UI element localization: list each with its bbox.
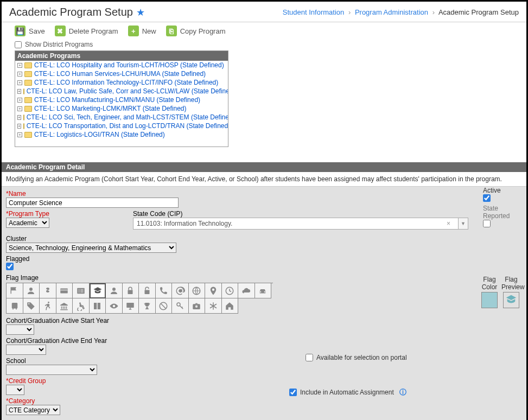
expand-icon[interactable]: +	[17, 89, 21, 94]
expand-icon[interactable]: +	[17, 124, 21, 129]
clock-icon[interactable]	[222, 283, 239, 298]
detail-header: Academic Program Detail	[2, 162, 526, 172]
card-icon[interactable]	[56, 283, 73, 298]
credit-group-select[interactable]	[6, 385, 24, 395]
tree-row[interactable]: +CTE-L: LCO Manufacturing-LCMN/MANU (Sta…	[15, 96, 228, 104]
tree-link[interactable]: CTE-L: LCO Sci, Tech, Engineer, and Math…	[27, 113, 228, 121]
breadcrumb-link-2[interactable]: Program Administration	[355, 8, 428, 16]
flag-image-label: Flag Image	[6, 274, 522, 282]
lock-icon[interactable]	[123, 283, 139, 298]
tree-link[interactable]: CTE-L: LCO Information Technology-LCIT/I…	[34, 79, 218, 86]
cluster-select[interactable]: Science, Technology, Engineering & Mathe…	[6, 243, 176, 253]
tree-link[interactable]: CTE-L: LCO Human Services-LCHU/HUMA (Sta…	[34, 70, 206, 78]
list-icon[interactable]	[73, 283, 90, 298]
cloud-icon[interactable]	[238, 283, 255, 298]
flag-icon[interactable]	[7, 283, 23, 298]
available-portal-checkbox[interactable]	[306, 354, 313, 361]
tree-row[interactable]: +CTE-L: LCO Law, Public Safe, Corr and S…	[15, 87, 228, 96]
expand-icon[interactable]: +	[17, 98, 22, 103]
tree-link[interactable]: CTE-L: Logistics-LOGI/TRAN (State Define…	[34, 131, 165, 138]
dollar-icon[interactable]	[40, 283, 56, 298]
graduate-icon[interactable]	[90, 283, 106, 298]
eye-icon[interactable]	[106, 298, 123, 314]
tree-row[interactable]: +CTE-L: LCO Sci, Tech, Engineer, and Mat…	[15, 113, 228, 122]
svg-point-10	[79, 302, 81, 304]
academic-programs-tree: Academic Programs +CTE-L: LCO Hospitalit…	[15, 50, 228, 147]
expand-icon[interactable]: +	[17, 63, 22, 68]
copy-program-button[interactable]: ⎘ Copy Program	[166, 26, 226, 36]
include-auto-checkbox[interactable]	[289, 389, 297, 396]
category-select[interactable]: CTE Category	[6, 405, 60, 415]
flag-color-swatch[interactable]	[481, 292, 498, 308]
favorite-star-icon[interactable]: ★	[136, 7, 145, 18]
tree-row[interactable]: +CTE-L: LCO Human Services-LCHU/HUMA (St…	[15, 69, 228, 78]
expand-icon[interactable]: +	[17, 106, 22, 111]
expand-icon[interactable]: +	[17, 72, 22, 77]
expand-icon[interactable]: +	[17, 115, 21, 120]
svg-point-13	[177, 303, 180, 306]
camera-icon[interactable]	[189, 298, 206, 314]
ban-icon[interactable]	[156, 298, 173, 314]
bank-icon[interactable]	[56, 298, 73, 314]
cohort-end-label: Cohort/Graduation Active End Year	[6, 337, 522, 345]
new-button[interactable]: + New	[128, 26, 156, 36]
flag-image-grid	[6, 283, 273, 314]
folder-icon	[24, 97, 32, 103]
save-icon: 💾	[15, 26, 26, 36]
svg-rect-3	[128, 290, 133, 294]
credit-group-label: *Credit Group	[6, 377, 522, 385]
name-input[interactable]	[6, 198, 179, 208]
tree-link[interactable]: CTE-L: LCO Hospitality and Tourism-LCHT/…	[34, 61, 224, 69]
book-icon[interactable]	[90, 298, 106, 314]
svg-rect-4	[144, 290, 149, 294]
breadcrumb-link-1[interactable]: Student Information	[283, 8, 344, 16]
active-checkbox[interactable]	[483, 194, 491, 202]
trophy-icon[interactable]	[139, 298, 156, 314]
tree-row[interactable]: +CTE-L: LCO Transportation, Dist and Log…	[15, 122, 228, 130]
tree-link[interactable]: CTE-L: LCO Law, Public Safe, Corr and Se…	[27, 87, 228, 95]
show-district-checkbox[interactable]	[15, 41, 22, 48]
user-fill-icon[interactable]	[106, 283, 123, 298]
svg-rect-0	[61, 288, 68, 293]
tree-row[interactable]: +CTE-L: LCO Hospitality and Tourism-LCHT…	[15, 61, 228, 69]
wheelchair-icon[interactable]	[73, 298, 90, 314]
unlock-icon[interactable]	[139, 283, 156, 298]
expand-icon[interactable]: +	[17, 132, 22, 137]
state-code-dropdown-icon[interactable]: ▼	[459, 218, 468, 230]
info-icon[interactable]: ⓘ	[399, 387, 406, 397]
school-select[interactable]	[6, 365, 97, 375]
tree-link[interactable]: CTE-L: LCO Marketing-LCMK/MRKT (State De…	[34, 105, 187, 112]
monitor-icon[interactable]	[123, 298, 139, 314]
globe-icon[interactable]	[189, 283, 206, 298]
tree-body[interactable]: +CTE-L: LCO Hospitality and Tourism-LCHT…	[15, 61, 228, 147]
flagged-checkbox[interactable]	[6, 263, 14, 270]
expand-icon[interactable]: +	[17, 80, 22, 85]
pin-icon[interactable]	[205, 283, 222, 298]
car-icon[interactable]	[255, 283, 272, 298]
tree-link[interactable]: CTE-L: LCO Manufacturing-LCMN/MANU (Stat…	[34, 96, 200, 104]
at-icon[interactable]	[172, 283, 189, 298]
tree-row[interactable]: +CTE-L: LCO Marketing-LCMK/MRKT (State D…	[15, 104, 228, 113]
delete-program-button[interactable]: ✖ Delete Program	[55, 26, 118, 36]
cohort-end-select[interactable]	[6, 345, 46, 355]
folder-icon	[24, 132, 32, 138]
phone-icon[interactable]	[156, 283, 173, 298]
program-type-select[interactable]: Academic	[6, 218, 49, 228]
cohort-start-select[interactable]	[6, 324, 34, 335]
tag-icon[interactable]	[23, 298, 40, 314]
tree-link[interactable]: CTE-L: LCO Transportation, Dist and Log-…	[27, 122, 228, 130]
tree-row[interactable]: +CTE-L: Logistics-LOGI/TRAN (State Defin…	[15, 130, 228, 139]
state-reported-checkbox[interactable]	[483, 220, 491, 227]
available-portal-label: Available for selection on portal	[316, 354, 407, 361]
save-button[interactable]: 💾 Save	[15, 26, 45, 36]
bus-icon[interactable]	[7, 298, 23, 314]
state-code-input[interactable]: 11.0103: Information Technology. ×	[133, 218, 459, 230]
breadcrumb-current: Academic Program Setup	[438, 8, 519, 16]
home-icon[interactable]	[222, 298, 239, 314]
key-icon[interactable]	[172, 298, 189, 314]
state-code-clear-icon[interactable]: ×	[447, 220, 455, 227]
tree-row[interactable]: +CTE-L: LCO Information Technology-LCIT/…	[15, 78, 228, 87]
user-icon[interactable]	[23, 283, 40, 298]
asterisk-icon[interactable]	[205, 298, 222, 314]
run-icon[interactable]	[40, 298, 56, 314]
